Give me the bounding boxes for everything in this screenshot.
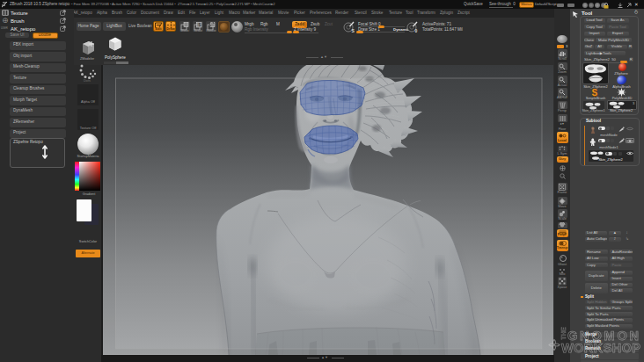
svg-text:$: $ <box>199 22 201 27</box>
svg-text:S: S <box>352 28 355 33</box>
svg-text:0: 0 <box>415 28 418 33</box>
svg-text:WORKSHOP: WORKSHOP <box>561 341 640 355</box>
svg-text:THE: THE <box>560 327 567 340</box>
